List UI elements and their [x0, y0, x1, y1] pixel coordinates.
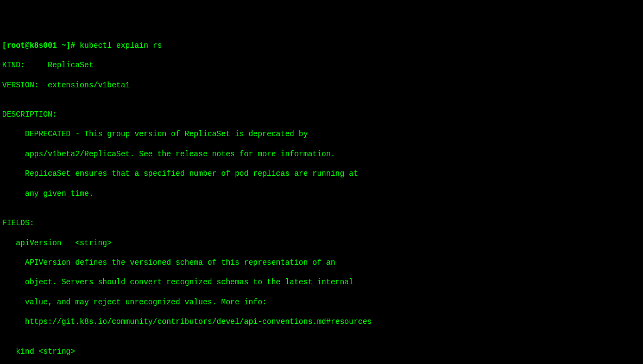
- out-apiversion-1: APIVersion defines the versioned schema …: [2, 258, 641, 267]
- out-kind: KIND: ReplicaSet: [2, 60, 641, 70]
- out-description-2: apps/v1beta2/ReplicaSet. See the release…: [2, 149, 641, 159]
- out-kind-head: kind <string>: [2, 347, 641, 356]
- out-fields-header: FIELDS:: [2, 218, 641, 228]
- out-description-4: any given time.: [2, 189, 641, 199]
- out-apiversion-3: value, and may reject unrecognized value…: [2, 297, 641, 307]
- out-apiversion-2: object. Servers should convert recognize…: [2, 277, 641, 287]
- out-version: VERSION: extensions/v1beta1: [2, 80, 641, 90]
- out-apiversion-head: apiVersion <string>: [2, 238, 641, 248]
- out-description-header: DESCRIPTION:: [2, 110, 641, 119]
- shell-prompt: [root@k8s001 ~]#: [2, 41, 80, 50]
- out-apiversion-4: https://git.k8s.io/community/contributor…: [2, 317, 641, 327]
- out-description-1: DEPRECATED - This group version of Repli…: [2, 129, 641, 139]
- command-line[interactable]: [root@k8s001 ~]# kubectl explain rs: [2, 41, 641, 50]
- command-text: kubectl explain rs: [80, 41, 162, 50]
- out-description-3: ReplicaSet ensures that a specified numb…: [2, 169, 641, 178]
